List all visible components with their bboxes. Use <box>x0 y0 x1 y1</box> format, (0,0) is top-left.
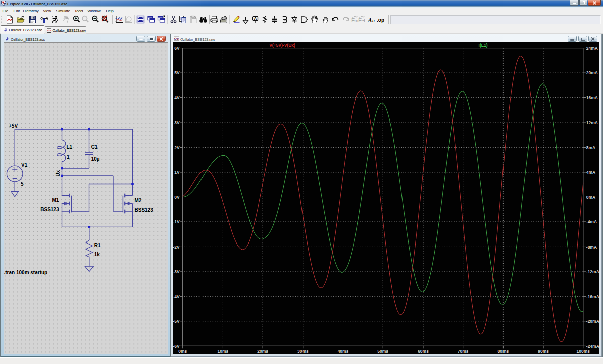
svg-text:-2V: -2V <box>173 245 180 250</box>
svg-text:-8mA: -8mA <box>586 245 597 250</box>
svg-text:-1V: -1V <box>173 219 180 224</box>
svg-text:-6V: -6V <box>173 344 180 349</box>
svg-text:6V: 6V <box>174 46 180 51</box>
svg-text:V1: V1 <box>21 162 28 168</box>
svg-text:I(L1): I(L1) <box>479 43 488 48</box>
svg-text:24mA: 24mA <box>586 46 598 51</box>
svg-text:20ms: 20ms <box>257 349 268 354</box>
svg-text:4V: 4V <box>174 95 180 100</box>
svg-text:-4mA: -4mA <box>586 219 597 224</box>
svg-text:0mA: 0mA <box>586 195 595 200</box>
svg-text:A: A <box>254 16 257 21</box>
svg-text:.tran 100m startup: .tran 100m startup <box>4 270 48 275</box>
svg-text:-12mA: -12mA <box>586 269 599 274</box>
svg-text:R1: R1 <box>94 242 101 248</box>
svg-text:Ux: Ux <box>55 170 61 176</box>
svg-text:8mA: 8mA <box>586 145 595 150</box>
svg-text:-4V: -4V <box>173 294 180 299</box>
svg-text:60ms: 60ms <box>418 349 429 354</box>
svg-text:70ms: 70ms <box>458 349 469 354</box>
svg-text:40ms: 40ms <box>338 349 349 354</box>
svg-text:C1: C1 <box>91 144 98 150</box>
svg-text:M2: M2 <box>135 198 142 203</box>
svg-text:90ms: 90ms <box>538 349 549 354</box>
svg-text:1V: 1V <box>174 170 180 175</box>
svg-text:BSS123: BSS123 <box>135 207 154 213</box>
svg-text:BSS123: BSS123 <box>40 207 59 212</box>
svg-text:12mA: 12mA <box>586 120 598 125</box>
svg-text:16mA: 16mA <box>586 95 598 100</box>
svg-text:-3V: -3V <box>173 269 180 274</box>
svg-text:.op: .op <box>377 17 384 23</box>
svg-text:1: 1 <box>67 154 70 160</box>
svg-text:30ms: 30ms <box>297 349 309 354</box>
svg-text:1k: 1k <box>94 252 100 257</box>
svg-text:-24mA: -24mA <box>586 344 599 349</box>
svg-text:5: 5 <box>21 181 24 187</box>
svg-text:-20mA: -20mA <box>586 319 599 324</box>
svg-text:V(+5V)-V(Ux): V(+5V)-V(Ux) <box>269 43 295 48</box>
svg-text:0ms: 0ms <box>178 349 187 354</box>
svg-text:+5V: +5V <box>9 123 18 129</box>
svg-text:L1: L1 <box>67 144 73 150</box>
svg-text:A: A <box>367 16 372 24</box>
svg-text:M1: M1 <box>52 197 59 203</box>
svg-text:20mA: 20mA <box>586 70 598 75</box>
svg-text:4mA: 4mA <box>586 170 595 175</box>
svg-text:3V: 3V <box>174 120 180 125</box>
svg-text:50ms: 50ms <box>377 349 388 354</box>
svg-text:2V: 2V <box>174 145 180 150</box>
svg-text:0V: 0V <box>174 195 180 200</box>
svg-text:10µ: 10µ <box>91 156 100 162</box>
svg-text:∃: ∃ <box>362 18 365 23</box>
svg-text:80ms: 80ms <box>498 349 509 354</box>
svg-text:100ms: 100ms <box>577 349 590 354</box>
svg-text:10ms: 10ms <box>218 349 229 354</box>
svg-text:-16mA: -16mA <box>586 294 599 299</box>
svg-text:m: m <box>355 18 359 23</box>
svg-text:-5V: -5V <box>173 319 180 324</box>
svg-text:a: a <box>372 18 375 23</box>
svg-text:5V: 5V <box>174 70 180 75</box>
